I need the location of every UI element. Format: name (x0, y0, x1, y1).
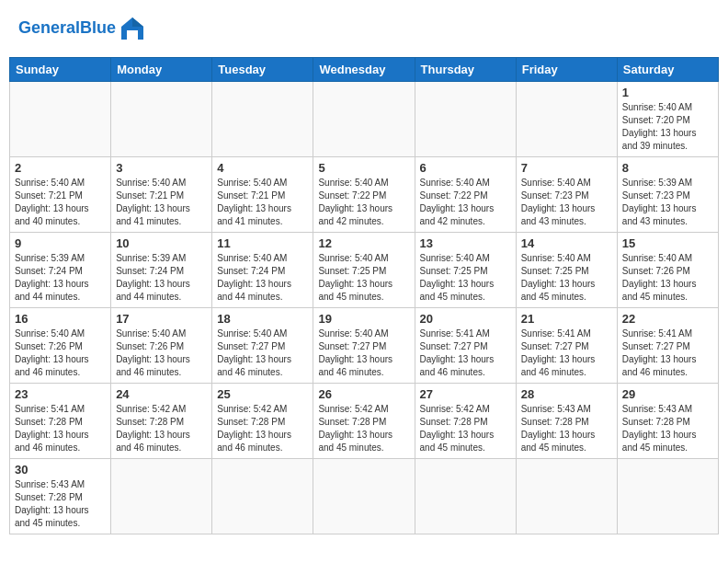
day-number: 4 (217, 161, 308, 175)
calendar-cell: 3Sunrise: 5:40 AM Sunset: 7:21 PM Daylig… (111, 157, 212, 233)
calendar-cell: 21Sunrise: 5:41 AM Sunset: 7:27 PM Dayli… (516, 308, 617, 384)
calendar-cell: 6Sunrise: 5:40 AM Sunset: 7:22 PM Daylig… (415, 157, 516, 233)
week-row-5: 23Sunrise: 5:41 AM Sunset: 7:28 PM Dayli… (10, 384, 719, 459)
day-info: Sunrise: 5:40 AM Sunset: 7:22 PM Dayligh… (420, 177, 511, 228)
day-number: 9 (15, 236, 106, 250)
day-header-sunday: Sunday (10, 58, 111, 82)
day-number: 1 (622, 86, 713, 99)
day-number: 17 (116, 312, 207, 326)
day-info: Sunrise: 5:40 AM Sunset: 7:22 PM Dayligh… (318, 177, 409, 228)
calendar-cell: 29Sunrise: 5:43 AM Sunset: 7:28 PM Dayli… (617, 384, 718, 459)
day-info: Sunrise: 5:40 AM Sunset: 7:21 PM Dayligh… (15, 177, 106, 228)
calendar-cell: 16Sunrise: 5:40 AM Sunset: 7:26 PM Dayli… (10, 308, 111, 384)
logo-icon (118, 14, 147, 43)
calendar-cell (516, 459, 617, 534)
day-header-friday: Friday (516, 58, 617, 82)
calendar-cell: 10Sunrise: 5:39 AM Sunset: 7:24 PM Dayli… (111, 233, 212, 308)
logo-blue: Blue (80, 18, 116, 37)
calendar-cell: 8Sunrise: 5:39 AM Sunset: 7:23 PM Daylig… (617, 157, 718, 233)
day-number: 8 (622, 161, 713, 175)
day-number: 25 (217, 387, 308, 401)
calendar-cell (516, 82, 617, 157)
day-header-saturday: Saturday (617, 58, 718, 82)
day-info: Sunrise: 5:40 AM Sunset: 7:26 PM Dayligh… (622, 252, 713, 304)
day-number: 14 (521, 236, 612, 250)
day-info: Sunrise: 5:41 AM Sunset: 7:27 PM Dayligh… (420, 327, 511, 379)
day-info: Sunrise: 5:43 AM Sunset: 7:28 PM Dayligh… (622, 403, 713, 454)
day-info: Sunrise: 5:41 AM Sunset: 7:27 PM Dayligh… (521, 327, 612, 379)
day-info: Sunrise: 5:43 AM Sunset: 7:28 PM Dayligh… (521, 403, 612, 454)
calendar-cell: 4Sunrise: 5:40 AM Sunset: 7:21 PM Daylig… (212, 157, 313, 233)
day-number: 18 (217, 312, 308, 326)
day-number: 3 (116, 161, 207, 175)
calendar-cell: 19Sunrise: 5:40 AM Sunset: 7:27 PM Dayli… (313, 308, 415, 384)
calendar-cell: 23Sunrise: 5:41 AM Sunset: 7:28 PM Dayli… (10, 384, 111, 459)
day-info: Sunrise: 5:39 AM Sunset: 7:24 PM Dayligh… (15, 252, 106, 304)
calendar-cell (10, 82, 111, 157)
page-header: GeneralBlue (9, 9, 719, 48)
day-info: Sunrise: 5:40 AM Sunset: 7:27 PM Dayligh… (318, 327, 409, 379)
calendar-cell: 17Sunrise: 5:40 AM Sunset: 7:26 PM Dayli… (111, 308, 212, 384)
calendar-cell: 27Sunrise: 5:42 AM Sunset: 7:28 PM Dayli… (415, 384, 516, 459)
day-info: Sunrise: 5:40 AM Sunset: 7:21 PM Dayligh… (217, 177, 308, 228)
calendar-cell: 11Sunrise: 5:40 AM Sunset: 7:24 PM Dayli… (212, 233, 313, 308)
day-info: Sunrise: 5:40 AM Sunset: 7:25 PM Dayligh… (318, 252, 409, 304)
day-number: 2 (15, 161, 106, 175)
day-number: 6 (420, 161, 511, 175)
day-number: 13 (420, 236, 511, 250)
calendar-cell (617, 459, 718, 534)
logo-text: GeneralBlue (18, 19, 116, 38)
day-number: 23 (15, 387, 106, 401)
day-number: 27 (420, 387, 511, 401)
day-info: Sunrise: 5:39 AM Sunset: 7:24 PM Dayligh… (116, 252, 207, 304)
calendar-cell (111, 82, 212, 157)
day-number: 16 (15, 312, 106, 326)
day-info: Sunrise: 5:40 AM Sunset: 7:25 PM Dayligh… (420, 252, 511, 304)
calendar-cell: 30Sunrise: 5:43 AM Sunset: 7:28 PM Dayli… (10, 459, 111, 534)
day-info: Sunrise: 5:43 AM Sunset: 7:28 PM Dayligh… (15, 478, 106, 530)
day-info: Sunrise: 5:40 AM Sunset: 7:21 PM Dayligh… (116, 177, 207, 228)
day-info: Sunrise: 5:42 AM Sunset: 7:28 PM Dayligh… (217, 403, 308, 454)
day-number: 15 (622, 236, 713, 250)
logo: GeneralBlue (18, 14, 147, 43)
day-info: Sunrise: 5:40 AM Sunset: 7:23 PM Dayligh… (521, 177, 612, 228)
day-number: 19 (318, 312, 409, 326)
calendar-cell: 9Sunrise: 5:39 AM Sunset: 7:24 PM Daylig… (10, 233, 111, 308)
calendar-cell: 18Sunrise: 5:40 AM Sunset: 7:27 PM Dayli… (212, 308, 313, 384)
day-number: 11 (217, 236, 308, 250)
day-number: 5 (318, 161, 409, 175)
calendar-cell (415, 459, 516, 534)
calendar-cell: 14Sunrise: 5:40 AM Sunset: 7:25 PM Dayli… (516, 233, 617, 308)
day-info: Sunrise: 5:40 AM Sunset: 7:25 PM Dayligh… (521, 252, 612, 304)
week-row-2: 2Sunrise: 5:40 AM Sunset: 7:21 PM Daylig… (10, 157, 719, 233)
day-header-monday: Monday (111, 58, 212, 82)
day-number: 26 (318, 387, 409, 401)
day-info: Sunrise: 5:39 AM Sunset: 7:23 PM Dayligh… (622, 177, 713, 228)
calendar-cell: 1Sunrise: 5:40 AM Sunset: 7:20 PM Daylig… (617, 82, 718, 157)
week-row-1: 1Sunrise: 5:40 AM Sunset: 7:20 PM Daylig… (10, 82, 719, 157)
day-header-thursday: Thursday (415, 58, 516, 82)
day-number: 7 (521, 161, 612, 175)
calendar-cell (212, 459, 313, 534)
week-row-3: 9Sunrise: 5:39 AM Sunset: 7:24 PM Daylig… (10, 233, 719, 308)
svg-marker-1 (132, 17, 143, 27)
day-info: Sunrise: 5:40 AM Sunset: 7:27 PM Dayligh… (217, 327, 308, 379)
calendar-cell: 15Sunrise: 5:40 AM Sunset: 7:26 PM Dayli… (617, 233, 718, 308)
calendar-cell: 28Sunrise: 5:43 AM Sunset: 7:28 PM Dayli… (516, 384, 617, 459)
day-info: Sunrise: 5:40 AM Sunset: 7:20 PM Dayligh… (622, 101, 713, 153)
calendar-cell (313, 459, 415, 534)
calendar-cell: 5Sunrise: 5:40 AM Sunset: 7:22 PM Daylig… (313, 157, 415, 233)
day-number: 29 (622, 387, 713, 401)
calendar-cell (415, 82, 516, 157)
calendar-header-row: SundayMondayTuesdayWednesdayThursdayFrid… (10, 58, 719, 82)
logo-general: General (18, 18, 80, 37)
day-info: Sunrise: 5:40 AM Sunset: 7:26 PM Dayligh… (15, 327, 106, 379)
calendar-cell: 20Sunrise: 5:41 AM Sunset: 7:27 PM Dayli… (415, 308, 516, 384)
day-info: Sunrise: 5:40 AM Sunset: 7:26 PM Dayligh… (116, 327, 207, 379)
calendar-cell: 2Sunrise: 5:40 AM Sunset: 7:21 PM Daylig… (10, 157, 111, 233)
calendar-cell: 7Sunrise: 5:40 AM Sunset: 7:23 PM Daylig… (516, 157, 617, 233)
calendar-cell: 12Sunrise: 5:40 AM Sunset: 7:25 PM Dayli… (313, 233, 415, 308)
day-number: 22 (622, 312, 713, 326)
week-row-4: 16Sunrise: 5:40 AM Sunset: 7:26 PM Dayli… (10, 308, 719, 384)
calendar-cell (212, 82, 313, 157)
